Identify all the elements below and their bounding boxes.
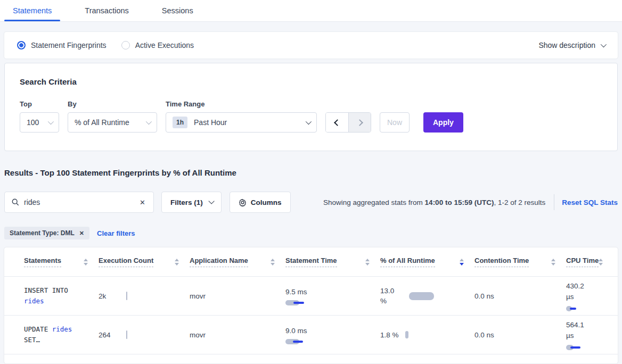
by-select-value: % of All Runtime [75, 118, 129, 127]
radio-active-executions[interactable]: Active Executions [121, 41, 194, 49]
tab-statements[interactable]: Statements [13, 0, 52, 21]
filter-chip-label: Statement Type: DML [10, 229, 75, 237]
table-row[interactable]: UPDATE rides SET… 264 movr 9.0 ms 1.8 % … [4, 316, 618, 354]
tab-statements-label: Statements [13, 6, 52, 15]
statement-time-bar [285, 339, 307, 344]
view-toggle-bar: Statement Fingerprints Active Executions… [4, 32, 618, 59]
tab-sessions[interactable]: Sessions [162, 0, 193, 21]
filters-button-label: Filters (1) [170, 198, 203, 206]
chevron-down-icon [601, 42, 607, 47]
radio-statement-fingerprints[interactable]: Statement Fingerprints [17, 41, 107, 49]
pct-runtime-bar [409, 292, 434, 300]
execution-count-bar [126, 330, 127, 339]
top-select[interactable]: 100 [20, 112, 59, 133]
remove-filter-icon[interactable]: ✕ [79, 230, 84, 237]
statement-time-bar [285, 300, 307, 305]
table-row[interactable]: INSERT INTO rides 2k movr 9.5 ms 13.0 % … [4, 277, 618, 316]
cpu-time-bar [566, 345, 582, 350]
chevron-down-icon [48, 119, 54, 125]
search-input[interactable] [24, 198, 138, 206]
sort-icon[interactable] [271, 259, 275, 266]
time-range-badge: 1h [173, 117, 187, 128]
col-header-application-name[interactable]: Application Name [190, 257, 285, 267]
pct-of-all-runtime-cell: 13.0 % [380, 286, 474, 306]
statement-link[interactable]: rides [24, 297, 44, 305]
col-header-cpu-time[interactable]: CPU Time [566, 257, 613, 267]
tab-transactions[interactable]: Transactions [85, 0, 128, 21]
radio-selected-icon [17, 41, 26, 49]
cpu-time-cell: 564.1 µs [566, 320, 609, 350]
time-range-group: Time Range 1h Past Hour [166, 100, 317, 133]
statement-time-cell: 9.0 ms [285, 326, 380, 344]
apply-button[interactable]: Apply [423, 112, 463, 133]
execution-count-cell: 2k [99, 292, 190, 300]
by-group: By % of All Runtime [68, 100, 157, 133]
radio-statement-fingerprints-label: Statement Fingerprints [31, 41, 107, 49]
sort-icon[interactable] [551, 259, 555, 266]
statement-fingerprint-cell: INSERT INTO rides [24, 285, 88, 307]
time-range-select[interactable]: 1h Past Hour [166, 112, 317, 133]
search-criteria-title: Search Criteria [20, 77, 602, 86]
sort-icon[interactable] [599, 259, 603, 266]
chevron-left-icon [334, 119, 341, 126]
pct-runtime-bar [405, 331, 408, 338]
sort-icon[interactable] [365, 259, 370, 266]
radio-active-executions-label: Active Executions [135, 41, 194, 49]
now-button[interactable]: Now [380, 112, 410, 133]
aggregation-stats: Showing aggregated stats from 14:00 to 1… [323, 194, 618, 210]
filters-button[interactable]: Filters (1) [161, 192, 222, 213]
sort-icon[interactable] [84, 259, 88, 266]
gear-icon [239, 198, 247, 206]
by-select[interactable]: % of All Runtime [68, 112, 157, 133]
show-description-toggle[interactable]: Show description [538, 41, 605, 49]
time-window-stepper [325, 112, 371, 133]
sort-icon-active-desc[interactable] [460, 259, 464, 266]
filter-chip-statement-type[interactable]: Statement Type: DML ✕ [4, 227, 89, 239]
search-criteria-panel: Search Criteria Top 100 By % of All Runt… [4, 63, 618, 151]
active-filters-row: Statement Type: DML ✕ Clear filters [4, 227, 618, 239]
time-range-label: Time Range [166, 100, 317, 108]
application-name-cell: movr [190, 331, 285, 339]
by-label: By [68, 100, 157, 108]
page-tabbar: Statements Transactions Sessions [0, 0, 622, 22]
statement-time-cell: 9.5 ms [285, 287, 380, 305]
tab-sessions-label: Sessions [162, 6, 193, 15]
pct-of-all-runtime-cell: 1.8 % [380, 330, 474, 340]
chevron-right-icon [356, 119, 363, 126]
contention-time-cell: 0.0 ns [474, 331, 566, 339]
statement-link[interactable]: rides [52, 325, 72, 333]
cpu-time-bar [566, 306, 579, 311]
col-header-statements[interactable]: Statements [24, 257, 99, 267]
time-range-value: Past Hour [194, 118, 227, 127]
cpu-time-cell: 430.2 µs [566, 281, 609, 311]
top-label: Top [20, 100, 59, 108]
execution-count-bar [126, 292, 127, 300]
show-description-label: Show description [538, 41, 595, 49]
stats-text: Showing aggregated stats from 14:00 to 1… [323, 198, 545, 206]
col-header-pct-of-all-runtime[interactable]: % of All Runtime [380, 257, 474, 267]
clear-filters-link[interactable]: Clear filters [97, 229, 135, 237]
col-header-statement-time[interactable]: Statement Time [285, 257, 380, 267]
contention-time-cell: 0.0 ns [474, 292, 566, 300]
clear-search-icon[interactable]: ✕ [138, 198, 146, 206]
tab-transactions-label: Transactions [85, 6, 128, 15]
application-name-cell: movr [190, 292, 285, 300]
top-group: Top 100 [20, 100, 59, 133]
columns-button[interactable]: Columns [230, 192, 291, 213]
col-header-execution-count[interactable]: Execution Count [99, 257, 190, 267]
sort-icon[interactable] [175, 259, 179, 266]
col-header-contention-time[interactable]: Contention Time [474, 257, 566, 267]
table-header-row: Statements Execution Count Application N… [4, 247, 618, 277]
prev-time-window-button[interactable] [326, 113, 348, 132]
statements-table: Statements Execution Count Application N… [4, 247, 618, 363]
chevron-down-icon [306, 119, 312, 125]
columns-button-label: Columns [251, 198, 282, 206]
chevron-down-icon [208, 198, 214, 204]
execution-count-cell: 264 [99, 330, 190, 339]
results-heading: Results - Top 100 Statement Fingerprints… [4, 168, 618, 177]
results-toolbar: ✕ Filters (1) Columns Showing aggregated… [4, 192, 618, 213]
reset-sql-stats-link[interactable]: Reset SQL Stats [562, 198, 618, 206]
radio-unselected-icon [121, 41, 130, 49]
next-time-window-button[interactable] [348, 113, 371, 132]
statement-fingerprint-cell: UPDATE rides SET… [24, 324, 88, 345]
